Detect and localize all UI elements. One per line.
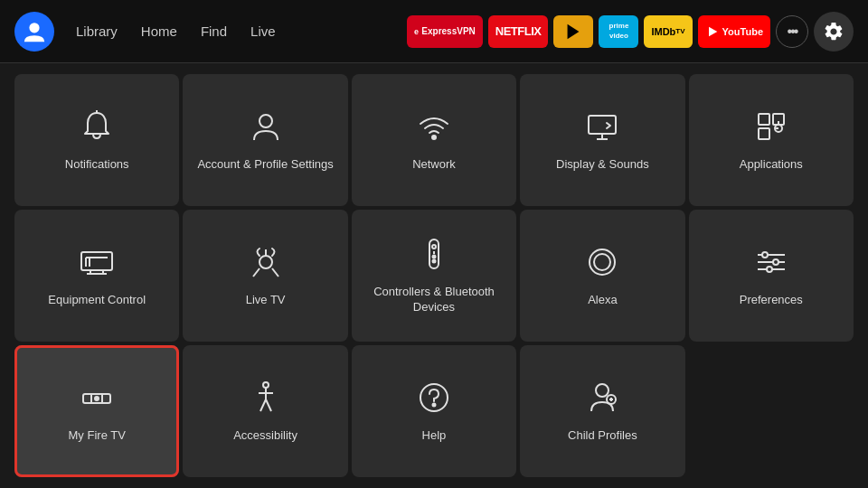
svg-point-28 — [432, 256, 435, 258]
app-prime[interactable]: primevideo — [599, 15, 638, 48]
svg-rect-6 — [589, 116, 616, 134]
app-imdb[interactable]: IMDbTV — [644, 15, 692, 48]
svg-point-42 — [263, 382, 269, 388]
grid-item-display-sounds[interactable]: Display & Sounds — [520, 74, 684, 206]
network-label: Network — [412, 157, 456, 173]
svg-line-46 — [266, 399, 271, 411]
grid-item-applications[interactable]: Applications — [689, 74, 854, 206]
accessibility-label: Accessibility — [233, 428, 297, 444]
grid-item-alexa[interactable]: Alexa — [520, 210, 684, 342]
svg-point-29 — [432, 260, 435, 263]
nav-live[interactable]: Live — [241, 18, 285, 44]
apps-icon — [753, 108, 789, 148]
svg-point-36 — [773, 259, 778, 265]
grid-item-controllers-bluetooth[interactable]: Controllers & Bluetooth Devices — [352, 210, 516, 342]
person-icon — [248, 108, 284, 148]
app-expressvpn[interactable]: e ExpressVPN — [407, 15, 483, 48]
notifications-label: Notifications — [65, 157, 129, 173]
settings-button[interactable] — [814, 12, 854, 52]
wifi-icon — [416, 108, 452, 148]
child-profiles-label: Child Profiles — [568, 428, 637, 444]
display-sounds-label: Display & Sounds — [556, 157, 649, 173]
svg-point-35 — [762, 252, 768, 258]
my-fire-tv-label: My Fire TV — [69, 428, 126, 444]
nav-library[interactable]: Library — [67, 18, 127, 44]
app-netflix[interactable]: NETFLIX — [488, 15, 549, 48]
svg-rect-11 — [759, 128, 769, 139]
svg-point-41 — [95, 397, 99, 400]
child-icon — [584, 380, 620, 419]
app-youtube[interactable]: YouTube — [698, 15, 770, 48]
top-nav: Library Home Find Live e ExpressVPN NETF… — [0, 0, 868, 63]
svg-point-5 — [432, 136, 436, 139]
sliders-icon — [753, 244, 789, 284]
antenna-icon — [248, 244, 284, 284]
svg-point-37 — [767, 267, 772, 272]
bell-icon — [79, 108, 115, 148]
svg-point-48 — [432, 403, 435, 406]
nav-find[interactable]: Find — [192, 18, 236, 44]
svg-marker-2 — [709, 26, 717, 36]
grid-item-account-profile[interactable]: Account & Profile Settings — [183, 74, 347, 206]
grid-item-network[interactable]: Network — [352, 74, 516, 206]
help-label: Help — [422, 428, 447, 444]
preferences-label: Preferences — [740, 293, 803, 308]
svg-point-31 — [594, 254, 610, 270]
help-icon — [416, 380, 452, 419]
firetv-icon — [79, 380, 115, 419]
accessibility-icon — [248, 380, 284, 419]
equipment-control-label: Equipment Control — [48, 293, 146, 308]
remote-icon — [416, 236, 452, 276]
svg-rect-9 — [759, 114, 769, 125]
nav-apps: e ExpressVPN NETFLIX primevideo IMDbTV Y… — [407, 12, 854, 52]
svg-line-45 — [260, 399, 266, 411]
tv-icon — [79, 244, 115, 284]
grid-item-equipment-control[interactable]: Equipment Control — [14, 210, 179, 342]
grid-item-empty — [689, 345, 854, 477]
account-profile-label: Account & Profile Settings — [197, 157, 333, 173]
svg-marker-1 — [568, 23, 580, 39]
grid-item-accessibility[interactable]: Accessibility — [183, 345, 347, 477]
nav-home[interactable]: Home — [132, 18, 186, 44]
live-tv-label: Live TV — [246, 293, 286, 308]
svg-point-26 — [432, 245, 436, 249]
grid-item-preferences[interactable]: Preferences — [689, 210, 854, 342]
svg-line-24 — [272, 268, 278, 277]
display-icon — [584, 108, 620, 148]
grid-item-help[interactable]: Help — [352, 345, 516, 477]
grid-item-my-fire-tv[interactable]: My Fire TV — [14, 345, 179, 477]
controllers-bluetooth-label: Controllers & Bluetooth Devices — [361, 285, 507, 315]
svg-point-4 — [259, 115, 272, 127]
applications-label: Applications — [740, 157, 803, 173]
svg-line-23 — [253, 268, 259, 277]
app-plex[interactable] — [553, 15, 593, 48]
grid-item-child-profiles[interactable]: Child Profiles — [520, 345, 684, 477]
svg-point-21 — [259, 256, 272, 268]
settings-grid: Notifications Account & Profile Settings… — [0, 63, 868, 488]
grid-item-live-tv[interactable]: Live TV — [183, 210, 347, 342]
more-apps-button[interactable]: ••• — [776, 15, 808, 48]
avatar[interactable] — [14, 12, 54, 52]
svg-point-49 — [596, 384, 609, 397]
nav-links: Library Home Find Live — [67, 18, 285, 44]
alexa-icon — [584, 244, 620, 284]
grid-item-notifications[interactable]: Notifications — [14, 74, 179, 206]
alexa-label: Alexa — [588, 293, 618, 308]
svg-point-0 — [29, 23, 39, 33]
